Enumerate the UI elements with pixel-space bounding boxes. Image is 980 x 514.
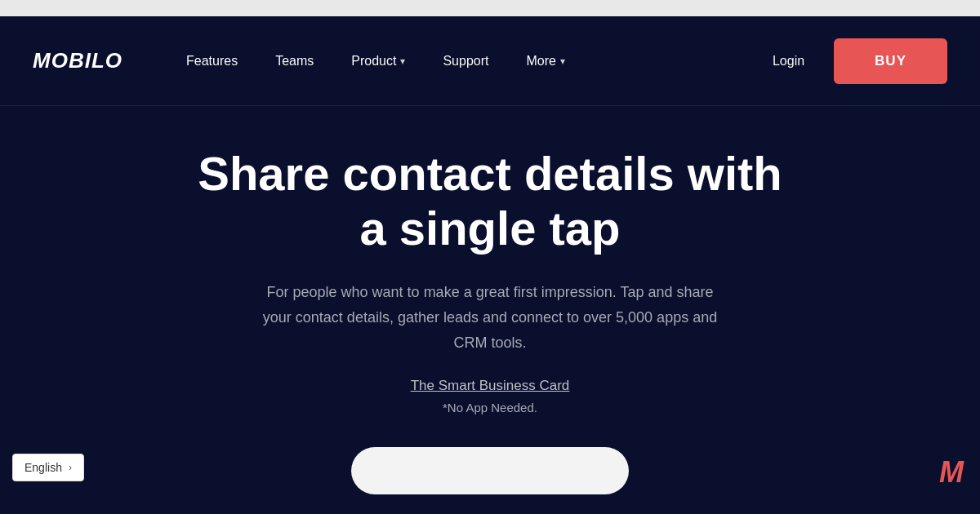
language-switcher[interactable]: English › [12,454,84,481]
chevron-right-icon: › [69,462,72,473]
m-watermark: M [939,455,964,490]
navbar: MOBILO Features Teams Product ▾ Support … [0,16,980,106]
logo[interactable]: MOBILO [33,48,122,73]
top-bar [0,0,980,16]
nav-product[interactable]: Product ▾ [336,47,420,75]
nav-links: Features Teams Product ▾ Support More ▾ [172,47,760,75]
nav-support[interactable]: Support [428,47,503,75]
language-label: English [24,461,62,474]
nav-features[interactable]: Features [172,47,252,75]
login-link[interactable]: Login [760,47,817,75]
nav-teams[interactable]: Teams [261,47,328,75]
hero-tagline: The Smart Business Card [411,378,570,394]
chevron-down-icon: ▾ [560,55,565,67]
hero-section: Share contact details with a single tap … [0,106,980,514]
hero-note: *No App Needed. [443,401,537,414]
hero-subtitle: For people who want to make a great firs… [253,280,727,355]
hero-title: Share contact details with a single tap [184,147,796,255]
buy-button[interactable]: BUY [834,38,947,84]
cta-button[interactable] [351,447,629,494]
nav-right: Login BUY [760,38,947,84]
nav-more[interactable]: More ▾ [511,47,579,75]
cta-button-wrapper [33,447,947,494]
chevron-down-icon: ▾ [400,55,405,67]
